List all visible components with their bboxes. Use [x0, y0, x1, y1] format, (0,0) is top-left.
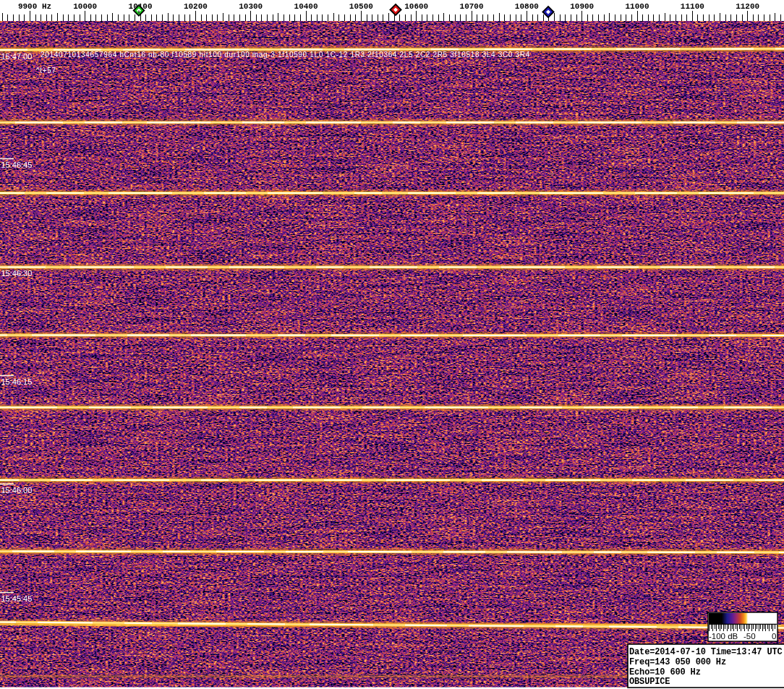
svg-text:11000: 11000 [626, 2, 649, 11]
svg-text:10300: 10300 [239, 2, 263, 11]
svg-text:^t+57: ^t+57 [36, 67, 56, 74]
svg-text:10900: 10900 [570, 2, 594, 11]
svg-text:10000: 10000 [73, 2, 97, 11]
svg-text:-100 dB: -100 dB [709, 632, 738, 641]
svg-text:15:46:45: 15:46:45 [1, 161, 33, 169]
svg-text:10200: 10200 [184, 2, 208, 11]
svg-text:0: 0 [772, 632, 776, 641]
svg-text:11200: 11200 [736, 2, 759, 11]
svg-text:OBSUPICE: OBSUPICE [629, 677, 670, 687]
svg-text:Freq=143 050 000 Hz: Freq=143 050 000 Hz [629, 657, 726, 667]
svg-text:15:46:30: 15:46:30 [1, 269, 33, 278]
svg-text:-50: -50 [743, 632, 756, 641]
svg-text:15:47:00: 15:47:00 [1, 52, 33, 61]
svg-text:11100: 11100 [681, 2, 704, 11]
svg-text:9900 Hz: 9900 Hz [18, 2, 51, 11]
svg-text:10600: 10600 [404, 2, 428, 11]
svg-text:10700: 10700 [460, 2, 484, 11]
svg-text:Date=2014-07-10 Time=13:47 UTC: Date=2014-07-10 Time=13:47 UTC [629, 647, 783, 657]
svg-text:15:46:15: 15:46:15 [1, 377, 33, 386]
svg-text:15:46:00: 15:46:00 [1, 486, 33, 495]
svg-text:10800: 10800 [515, 2, 539, 11]
svg-text:20140710134657964 hCnt16 nb-80: 20140710134657964 hCnt16 nb-80 f10589 hi… [41, 51, 530, 59]
svg-text:10500: 10500 [349, 2, 373, 11]
svg-text:15:45:45: 15:45:45 [1, 594, 33, 603]
svg-text:Echo=10 600 Hz: Echo=10 600 Hz [629, 667, 701, 677]
svg-text:10400: 10400 [294, 2, 318, 11]
